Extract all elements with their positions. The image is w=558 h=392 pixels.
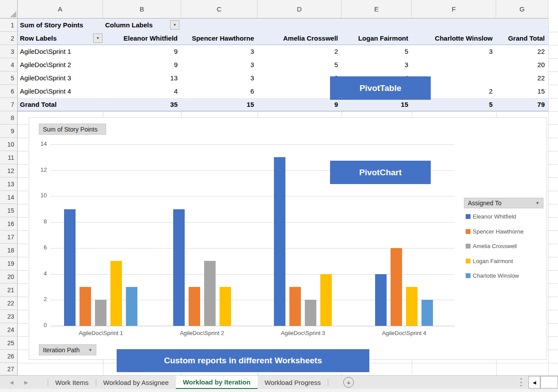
pivot-grand-total-cell[interactable]: 15 — [181, 98, 258, 111]
pivot-grand-total-cell[interactable]: 35 — [103, 98, 181, 111]
tab-scroll-left-icon[interactable]: ◀ — [10, 380, 13, 385]
row-header-15[interactable]: 15 — [0, 204, 18, 217]
pivot-value-cell[interactable]: 5 — [258, 58, 342, 72]
bar-spencer-hawthorne[interactable] — [80, 287, 91, 326]
tab-scroll-right-icon[interactable]: ▶ — [24, 380, 28, 385]
row-header-20[interactable]: 20 — [0, 270, 18, 283]
values-field-button[interactable]: Sum of Story Points — [39, 124, 106, 135]
row-header-27[interactable]: 27 — [0, 363, 18, 375]
pivot-value-cell[interactable]: 5 — [342, 45, 412, 58]
legend-item[interactable]: Charlotte Winslow — [466, 272, 519, 279]
pivot-value-cell[interactable]: 20 — [496, 58, 548, 72]
bar-logan-fairmont[interactable] — [320, 274, 332, 326]
pivot-value-cell[interactable]: 22 — [496, 45, 548, 58]
pivot-values-label[interactable]: Sum of Story Points — [18, 19, 103, 32]
pivot-value-cell[interactable]: 4 — [103, 85, 181, 98]
column-header-d[interactable]: D — [258, 0, 342, 19]
new-sheet-button[interactable]: + — [343, 377, 354, 388]
bar-eleanor-whitfield[interactable] — [375, 274, 387, 326]
row-header-23[interactable]: 23 — [0, 310, 18, 323]
pivot-value-cell[interactable]: 13 — [103, 72, 181, 85]
pivot-col-header[interactable]: Amelia Crosswell — [258, 32, 342, 45]
column-header-a[interactable]: A — [18, 0, 103, 19]
pivot-col-header[interactable]: Spencer Hawthorne — [181, 32, 258, 45]
bar-spencer-hawthorne[interactable] — [189, 287, 200, 326]
row-header-26[interactable]: 26 — [0, 350, 18, 363]
bar-logan-fairmont[interactable] — [110, 261, 122, 326]
bar-charlotte-winslow[interactable] — [126, 287, 137, 326]
tab-bar-resize-handle[interactable] — [520, 378, 522, 386]
column-labels-filter-button[interactable]: ▼ — [170, 20, 179, 30]
column-header-g[interactable]: G — [496, 0, 548, 19]
row-header-10[interactable]: 10 — [0, 138, 18, 151]
bar-spencer-hawthorne[interactable] — [289, 287, 301, 326]
column-header-b[interactable]: B — [103, 0, 181, 19]
pivot-grand-total-label[interactable]: Grand Total — [18, 98, 103, 111]
sheet-tab-workload-by-assignee[interactable]: Workload by Assignee — [96, 376, 176, 389]
row-header-14[interactable]: 14 — [0, 191, 18, 204]
row-header-25[interactable]: 25 — [0, 336, 18, 350]
legend-item[interactable]: Amelia Crosswell — [466, 243, 517, 249]
row-header-11[interactable]: 11 — [0, 151, 18, 164]
legend-item[interactable]: Logan Fairmont — [466, 258, 513, 264]
bar-logan-fairmont[interactable] — [220, 287, 231, 326]
row-header-17[interactable]: 17 — [0, 230, 18, 244]
bar-eleanor-whitfield[interactable] — [173, 209, 185, 326]
bar-charlotte-winslow[interactable] — [421, 300, 433, 326]
row-header-19[interactable]: 19 — [0, 257, 18, 270]
row-header-12[interactable]: 12 — [0, 164, 18, 177]
pivot-chart[interactable]: Sum of Story Points 02468101214AgileDoc\… — [29, 117, 547, 360]
select-all-corner[interactable] — [0, 0, 18, 19]
column-header-e[interactable]: E — [342, 0, 412, 19]
pivot-row-label[interactable]: AgileDoc\Sprint 3 — [18, 72, 103, 85]
row-header-1[interactable]: 1 — [0, 19, 18, 32]
pivot-value-cell[interactable]: 3 — [181, 58, 258, 72]
pivot-grand-total-cell[interactable]: 9 — [258, 98, 342, 111]
pivot-value-cell[interactable]: 3 — [342, 58, 412, 72]
row-header-6[interactable]: 6 — [0, 85, 18, 98]
row-header-16[interactable]: 16 — [0, 217, 18, 230]
pivot-value-cell[interactable]: 9 — [103, 58, 181, 72]
pivot-value-cell[interactable]: 2 — [258, 72, 342, 85]
pivot-row-label[interactable]: AgileDoc\Sprint 4 — [18, 85, 103, 98]
axis-field-button[interactable]: Iteration Path ▼ — [39, 344, 96, 355]
hscroll-left-arrow[interactable]: ◀ — [528, 376, 540, 388]
sheet-tab-work-items[interactable]: Work Items — [48, 376, 96, 389]
pivot-value-cell[interactable]: 9 — [103, 45, 181, 58]
row-header-18[interactable]: 18 — [0, 244, 18, 257]
sheet-tab-workload-by-iteration[interactable]: Workload by Iteration — [176, 376, 258, 389]
pivot-col-header[interactable]: Logan Fairmont — [342, 32, 412, 45]
row-header-5[interactable]: 5 — [0, 72, 18, 85]
pivot-value-cell[interactable]: 3 — [181, 72, 258, 85]
legend-item[interactable]: Spencer Hawthorne — [466, 228, 524, 235]
pivot-col-header[interactable]: Grand Total — [496, 32, 548, 45]
bar-logan-fairmont[interactable] — [406, 287, 418, 326]
pivot-col-header[interactable]: Eleanor Whitfield — [103, 32, 181, 45]
row-header-7[interactable]: 7 — [0, 98, 18, 111]
pivot-grand-total-cell[interactable]: 79 — [496, 98, 548, 111]
pivot-grand-total-cell[interactable]: 5 — [412, 98, 496, 111]
column-header-c[interactable]: C — [181, 0, 258, 19]
row-labels-filter-button[interactable]: ▼ — [93, 34, 102, 43]
pivot-value-cell[interactable]: 15 — [496, 85, 548, 98]
row-header-22[interactable]: 22 — [0, 297, 18, 310]
bar-amelia-crosswell[interactable] — [204, 261, 216, 326]
row-header-13[interactable]: 13 — [0, 177, 18, 191]
hscroll-thumb[interactable] — [540, 376, 558, 388]
pivot-col-header[interactable]: Charlotte Winslow — [412, 32, 496, 45]
row-header-9[interactable]: 9 — [0, 124, 18, 138]
row-header-24[interactable]: 24 — [0, 323, 18, 336]
sheet-tab-workload-progress[interactable]: Workload Progress — [258, 376, 328, 389]
pivot-value-cell[interactable]: 3 — [181, 45, 258, 58]
pivot-value-cell[interactable]: 22 — [496, 72, 548, 85]
pivot-row-label[interactable]: AgileDoc\Sprint 2 — [18, 58, 103, 72]
row-header-8[interactable]: 8 — [0, 111, 18, 124]
column-header-f[interactable]: F — [412, 0, 496, 19]
pivot-row-label[interactable]: AgileDoc\Sprint 1 — [18, 45, 103, 58]
pivot-value-cell[interactable]: 3 — [412, 45, 496, 58]
pivot-grand-total-cell[interactable]: 15 — [342, 98, 412, 111]
pivot-value-cell[interactable]: 2 — [258, 45, 342, 58]
bar-amelia-crosswell[interactable] — [95, 300, 106, 326]
pivot-column-labels[interactable]: Column Labels — [103, 19, 181, 32]
pivot-row-labels[interactable]: Row Labels — [18, 32, 103, 45]
